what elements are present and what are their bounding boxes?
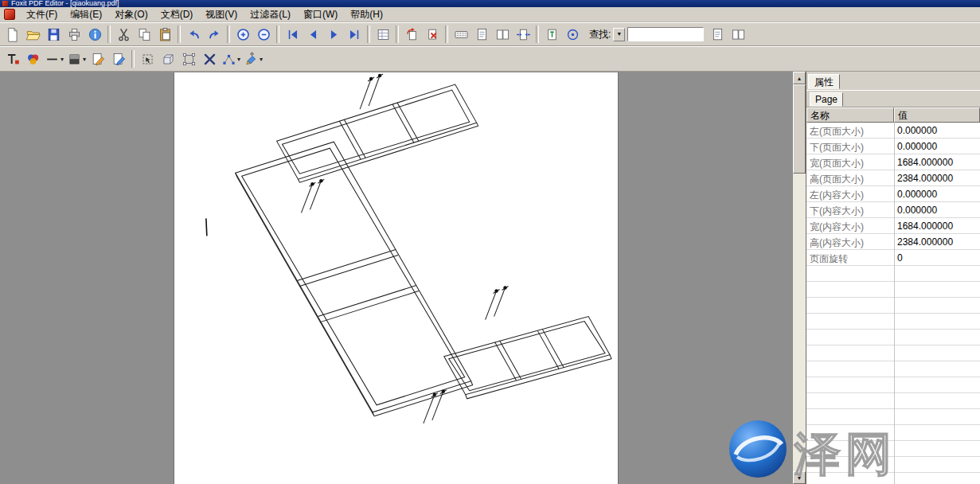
select-target-button[interactable] — [562, 24, 583, 45]
property-row[interactable]: 高(内容大小)2384.000000 — [806, 234, 980, 250]
zoom-in-button[interactable] — [232, 24, 253, 45]
copy-icon — [137, 27, 152, 42]
property-name: 宽(页面大小) — [806, 154, 894, 170]
undo-button[interactable] — [183, 24, 204, 45]
property-name: 宽(内容大小) — [806, 218, 894, 234]
object-handles-button[interactable] — [178, 49, 199, 69]
edit-object-button[interactable] — [88, 49, 108, 69]
column-header-name[interactable]: 名称 — [806, 107, 894, 123]
property-name: 左(内容大小) — [806, 186, 894, 202]
redo-button[interactable] — [204, 24, 225, 45]
print-button[interactable] — [64, 24, 84, 45]
fill-style-button[interactable]: ▾ — [65, 49, 88, 69]
page-arrows-icon — [516, 27, 531, 42]
line-style-button[interactable]: ▾ — [43, 49, 65, 69]
draw-tool-button[interactable]: ▾ — [242, 49, 264, 69]
rotate-page-icon — [404, 27, 420, 42]
last-page-button[interactable] — [344, 24, 365, 45]
column-header-value[interactable]: 值 — [894, 107, 980, 123]
property-value: 1684.000000 — [894, 154, 980, 170]
menu-help[interactable]: 帮助(H) — [344, 6, 389, 23]
property-row[interactable]: 左(页面大小)0.000000 — [806, 123, 980, 139]
previous-page-button[interactable] — [303, 24, 323, 45]
redo-icon — [207, 27, 222, 42]
menu-view[interactable]: 视图(V) — [199, 6, 244, 23]
toolbar-buttons-left — [2, 24, 583, 45]
property-row[interactable]: 页面旋转0 — [806, 250, 980, 266]
save-file-button[interactable] — [43, 24, 64, 45]
column-divider[interactable] — [894, 123, 895, 484]
page-properties-button[interactable] — [373, 24, 393, 45]
page-list-icon — [376, 27, 391, 42]
first-page-button[interactable] — [282, 24, 303, 45]
property-row[interactable]: 下(内容大小)0.000000 — [806, 202, 980, 218]
toolbar-separator — [445, 25, 448, 43]
select-object-button[interactable] — [137, 49, 158, 69]
toolbar-separator — [107, 25, 111, 43]
property-value: 0.000000 — [894, 186, 980, 202]
next-page-button[interactable] — [323, 24, 344, 45]
find-dropdown-button[interactable]: ▾ — [613, 28, 625, 41]
transform-object-button[interactable] — [158, 49, 178, 69]
fill-style-icon — [67, 52, 82, 67]
application-window: { "title_bar": { "title": "Foxit PDF Edi… — [0, 0, 980, 484]
menu-file[interactable]: 文件(F) — [20, 6, 64, 23]
find-previous-button[interactable] — [728, 24, 748, 45]
new-document-button[interactable] — [2, 24, 22, 45]
find-next-button[interactable] — [707, 24, 728, 45]
menu-object[interactable]: 对象(O) — [108, 6, 154, 23]
text-tool-button[interactable] — [2, 49, 22, 69]
document-window-icon[interactable] — [4, 9, 15, 20]
extract-text-button[interactable] — [471, 24, 492, 45]
tab-properties[interactable]: 属性 — [808, 74, 840, 89]
tab-page[interactable]: Page — [810, 92, 843, 107]
edit-content-button[interactable] — [108, 49, 129, 69]
property-row[interactable]: 宽(内容大小)1684.000000 — [806, 218, 980, 234]
property-row[interactable]: 左(内容大小)0.000000 — [806, 186, 980, 202]
new-document-icon — [5, 27, 20, 42]
panel-subtab-strip: Page — [806, 90, 980, 107]
color-picker-button[interactable] — [22, 49, 43, 69]
document-info-button[interactable] — [84, 24, 105, 45]
find-input[interactable] — [627, 27, 704, 41]
scrollbar-thumb[interactable] — [793, 84, 806, 174]
tools-cross-icon — [202, 52, 217, 67]
advanced-tools-button[interactable] — [199, 49, 220, 69]
property-value: 2384.000000 — [894, 170, 980, 186]
scroll-down-button[interactable]: ▼ — [793, 471, 806, 484]
dropdown-caret-icon: ▾ — [260, 56, 263, 63]
facing-pages-icon — [495, 27, 510, 42]
main-toolbar: 查找: ▾ — [0, 22, 980, 46]
keyboard-icon — [454, 27, 469, 42]
scroll-up-button[interactable]: ▲ — [793, 72, 806, 84]
menu-document[interactable]: 文档(D) — [154, 6, 200, 23]
copy-button[interactable] — [134, 24, 154, 45]
property-row[interactable]: 高(页面大小)2384.000000 — [806, 170, 980, 186]
doc-info-icon — [88, 27, 103, 42]
pdf-page[interactable] — [174, 72, 619, 484]
virtual-keyboard-button[interactable] — [451, 24, 471, 45]
edit-object-icon — [91, 52, 106, 67]
menu-filter[interactable]: 过滤器(L) — [244, 6, 297, 23]
property-value: 2384.000000 — [894, 234, 980, 250]
cut-button[interactable] — [113, 24, 134, 45]
rotate-page-button[interactable] — [401, 24, 422, 45]
first-page-icon — [285, 27, 300, 42]
property-name: 下(页面大小) — [806, 139, 894, 154]
resize-page-button[interactable] — [513, 24, 533, 45]
print-icon — [67, 27, 82, 42]
toolbar-separator — [536, 25, 539, 43]
text-attributes-button[interactable] — [541, 24, 562, 45]
paste-button[interactable] — [154, 24, 175, 45]
facing-pages-button[interactable] — [492, 24, 513, 45]
text-tool-icon — [5, 52, 20, 67]
menu-window[interactable]: 窗口(W) — [297, 6, 344, 23]
edit-nodes-button[interactable]: ▾ — [220, 49, 242, 69]
property-row[interactable]: 宽(页面大小)1684.000000 — [806, 154, 980, 170]
menu-edit[interactable]: 编辑(E) — [64, 6, 108, 23]
open-file-button[interactable] — [22, 24, 43, 45]
zoom-out-button[interactable] — [253, 24, 274, 45]
delete-page-button[interactable] — [422, 24, 443, 45]
vertical-scrollbar[interactable]: ▲ ▼ — [793, 72, 806, 484]
property-row[interactable]: 下(页面大小)0.000000 — [806, 139, 980, 154]
